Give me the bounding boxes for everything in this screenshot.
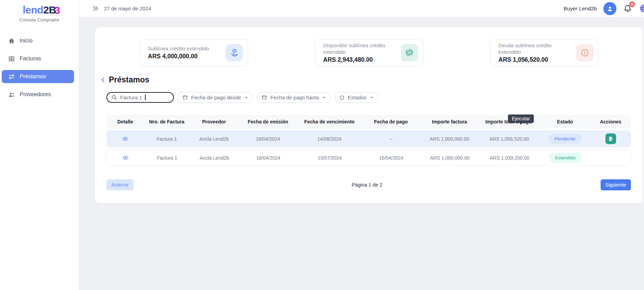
ejecutar-tooltip: Ejecutar (508, 114, 534, 123)
calendar-icon (182, 94, 188, 100)
collapse-sidebar-icon[interactable] (92, 5, 99, 12)
sidebar-item-label: Inicio (20, 38, 32, 44)
user-account-label[interactable]: Buyer Lend2b (563, 6, 597, 12)
due-date: 14/08/2024 (297, 136, 362, 142)
pagination: Anterior Página 1 de 2 Siguiente (106, 179, 631, 190)
date-to-filter[interactable]: Fecha de pago hasta (257, 92, 331, 103)
main-panel: Sublínea crédito extendido ARS 4,000,000… (95, 27, 643, 203)
sidebar-item-prestamos[interactable]: Préstamos (2, 70, 74, 83)
card-value: ARS 2,943,480.00 (323, 56, 397, 63)
sidebar-item-label: Préstamos (20, 73, 46, 80)
execute-loan-button[interactable] (605, 133, 616, 144)
card-disponible-sublinea: Disponible sublínea crédito extendido AR… (315, 39, 423, 66)
chevron-down-icon (322, 96, 326, 100)
column-header: Fecha de vencimiento (297, 119, 362, 124)
column-header: Nro. de Factura (144, 119, 189, 124)
total-amount: ARS 1,039,200.00 (479, 155, 540, 161)
column-header: Importe factura (420, 119, 479, 124)
column-header: Fecha de pago (362, 119, 420, 124)
status-badge: Extendido (549, 153, 581, 163)
status-circle-icon (339, 95, 345, 100)
issue-date: 16/04/2024 (239, 136, 297, 142)
next-page-button[interactable]: Siguiente (601, 179, 631, 190)
view-detail-button[interactable] (106, 136, 144, 142)
payment-date: -- (362, 136, 420, 142)
invoice-number: Factura 1 (144, 136, 189, 142)
language-globe-icon[interactable] (639, 3, 644, 14)
provider: Ancla Lend2b (190, 155, 239, 161)
chevron-down-icon (244, 96, 248, 100)
page-title: Préstamos (109, 75, 149, 84)
column-header: Estado (540, 119, 590, 124)
status-badge: Pendiente (549, 134, 581, 144)
total-amount: ARS 1,056,520.00 (479, 136, 540, 142)
states-label: Estados (348, 94, 366, 100)
svg-text:$: $ (408, 51, 410, 54)
calendar-icon (261, 94, 267, 100)
invoices-grid-icon (8, 55, 15, 62)
issue-date: 16/04/2024 (239, 155, 298, 161)
topbar: 27 de mayo de 2024 Buyer Lend2b 9 (79, 0, 644, 17)
invoice-number: Factura 1 (144, 155, 190, 161)
page-title-row: Préstamos (100, 75, 643, 84)
page-info: Página 1 de 2 (352, 182, 383, 188)
column-header: Acciones (590, 119, 631, 124)
card-sublinea-credito: Sublínea crédito extendido ARS 4,000,000… (139, 39, 248, 66)
card-label: Disponible sublínea crédito extendido (323, 42, 397, 56)
previous-page-button[interactable]: Anterior (106, 179, 134, 190)
due-date: 15/07/2024 (298, 155, 362, 161)
sidebar-item-proveedores[interactable]: Proveedores (2, 88, 74, 101)
sidebar-item-inicio[interactable]: Inicio (2, 34, 74, 47)
card-value: ARS 4,000,000.00 (148, 53, 209, 60)
column-header: Detalle (106, 119, 144, 124)
user-avatar[interactable] (603, 2, 616, 15)
search-value: Factura 1 (120, 94, 142, 100)
logo-text: lend2B3 (23, 4, 56, 16)
hand-coin-icon: $ (226, 44, 243, 61)
states-filter[interactable]: Estados (334, 92, 378, 103)
chevron-down-icon (370, 96, 374, 100)
text-cursor (145, 94, 146, 100)
card-value: ARS 1,056,520.00 (499, 56, 573, 63)
date-from-label: Fecha de pago desde (191, 94, 241, 100)
home-icon (8, 37, 15, 44)
current-date: 27 de mayo de 2024 (104, 6, 151, 11)
filters-row: Factura 1 Fecha de pago desde Fecha de p… (106, 92, 643, 103)
notifications-button[interactable]: 9 (623, 4, 632, 13)
back-chevron-icon[interactable] (100, 77, 106, 83)
swap-arrows-icon (8, 73, 15, 80)
sidebar: lend2B3 Consola Comprador Inicio Factura… (0, 0, 79, 290)
payment-date: 16/04/2024 (362, 155, 420, 161)
invoice-amount: ARS 1,000,000.00 (420, 136, 479, 142)
column-header: Proveedor (189, 119, 239, 124)
column-header: Fecha de emisión (239, 119, 297, 124)
search-icon (111, 94, 117, 100)
provider: Ancla Lend2b (189, 136, 239, 142)
users-icon (8, 91, 15, 98)
invoice-amount: ARS 1,000,000.00 (420, 155, 479, 161)
sidebar-item-label: Facturas (20, 56, 41, 62)
svg-text:$: $ (233, 49, 235, 52)
date-to-label: Fecha de pago hasta (270, 94, 319, 100)
view-detail-button[interactable] (107, 154, 144, 161)
sidebar-nav: Inicio Facturas Préstamos Proveedores (0, 34, 79, 101)
sidebar-item-label: Proveedores (20, 91, 51, 98)
search-input[interactable]: Factura 1 (106, 92, 174, 103)
file-check-icon (608, 136, 614, 142)
loans-table: Detalle Nro. de Factura Proveedor Fecha … (106, 115, 631, 166)
logo-primary: lend (23, 4, 43, 16)
sidebar-item-facturas[interactable]: Facturas (2, 52, 74, 65)
table-row[interactable]: Factura 1 Ancla Lend2b 16/04/2024 14/08/… (106, 130, 631, 147)
card-deuda-sublinea: Deuda sublínea crédito extendido ARS 1,0… (490, 39, 599, 66)
summary-cards: Sublínea crédito extendido ARS 4,000,000… (95, 39, 643, 66)
date-from-filter[interactable]: Fecha de pago desde (177, 92, 253, 103)
coins-icon: $ (401, 44, 418, 61)
logo-secondary: 2B (43, 4, 56, 16)
alert-octagon-icon (576, 44, 593, 61)
card-label: Sublínea crédito extendido (148, 45, 209, 52)
card-label: Deuda sublínea crédito extendido (499, 42, 573, 56)
console-subtitle: Consola Comprador (0, 17, 79, 22)
table-row[interactable]: Factura 1 Ancla Lend2b 16/04/2024 15/07/… (106, 149, 631, 166)
table-header-row: Detalle Nro. de Factura Proveedor Fecha … (106, 115, 631, 128)
notification-count-badge: 9 (629, 1, 635, 7)
